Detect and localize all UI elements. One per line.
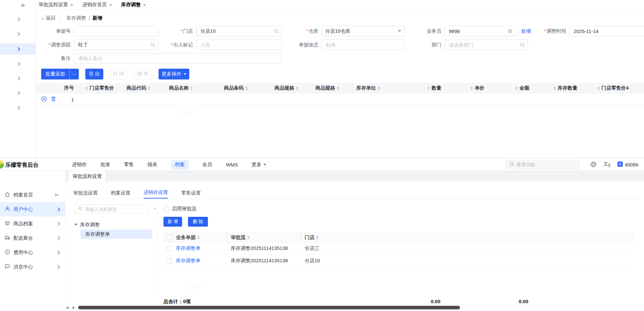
search-icon[interactable] bbox=[150, 43, 155, 47]
collapse-panel-icon[interactable]: « bbox=[154, 206, 156, 211]
sort-icon[interactable] bbox=[245, 86, 248, 90]
adjust-time-input[interactable] bbox=[569, 26, 644, 36]
nav-more[interactable]: 更多 bbox=[252, 162, 266, 168]
nav-group-toggle[interactable] bbox=[0, 28, 36, 40]
column-stock-qty[interactable]: 库存数量 bbox=[533, 83, 580, 93]
column-product-name[interactable]: 商品名称 bbox=[165, 83, 221, 93]
enable-approval-checkbox[interactable] bbox=[164, 206, 169, 212]
sort-icon[interactable] bbox=[190, 86, 193, 90]
column-retail-price-4[interactable]: 门店零售价4 bbox=[580, 83, 632, 93]
doc-link[interactable]: 库存调整单 bbox=[176, 245, 200, 251]
doc-link[interactable]: 库存调整单 bbox=[176, 258, 200, 264]
column-spec-2[interactable]: 商品规格 bbox=[312, 83, 353, 93]
nav-group-toggle[interactable] bbox=[0, 14, 36, 25]
column-product-code[interactable]: 商品代码 bbox=[123, 83, 165, 93]
nav-archives[interactable]: 档案 bbox=[171, 160, 189, 169]
sort-icon[interactable] bbox=[597, 86, 600, 90]
sort-icon[interactable] bbox=[515, 86, 518, 90]
scroll-left-icon[interactable] bbox=[66, 306, 68, 309]
nav-group-toggle[interactable] bbox=[0, 87, 36, 98]
column-spec-1[interactable]: 商品规格 bbox=[271, 83, 312, 93]
nav-wholesale[interactable]: 批发 bbox=[100, 162, 110, 168]
scroll-right-icon[interactable] bbox=[73, 306, 75, 309]
language-icon[interactable]: 文A bbox=[603, 161, 610, 167]
close-icon[interactable]: × bbox=[109, 2, 112, 7]
column-store[interactable]: 门店 bbox=[301, 233, 373, 242]
tree-expand-icon[interactable] bbox=[74, 224, 77, 226]
global-search[interactable] bbox=[506, 160, 580, 169]
column-unit-price[interactable]: 单价 bbox=[445, 83, 488, 93]
sort-icon[interactable] bbox=[378, 86, 380, 90]
sidebar-item-message-center[interactable]: 消息中心 bbox=[0, 260, 65, 274]
select-all-checkbox[interactable] bbox=[166, 235, 172, 240]
sort-icon[interactable] bbox=[427, 86, 430, 90]
horizontal-scrollbar[interactable] bbox=[78, 306, 460, 309]
sort-icon[interactable] bbox=[470, 86, 473, 90]
search-icon[interactable] bbox=[520, 43, 525, 47]
in-out-flag-input[interactable] bbox=[196, 40, 282, 50]
sort-icon[interactable] bbox=[296, 86, 298, 90]
batch-add-more-button[interactable]: ⋯ bbox=[70, 69, 79, 79]
sort-icon[interactable] bbox=[247, 235, 250, 239]
tree-node-stock-adjustment-doc[interactable]: 库存调整单 bbox=[80, 230, 152, 239]
flow-type-search-input[interactable] bbox=[85, 207, 142, 212]
subtab-inventory[interactable]: 进销存设置 bbox=[144, 187, 168, 199]
collapse-sidebar-icon[interactable] bbox=[21, 3, 26, 9]
column-amount[interactable]: 金额 bbox=[488, 83, 533, 93]
nav-group-toggle[interactable] bbox=[0, 58, 36, 69]
column-stock-unit[interactable]: 库存单位 bbox=[353, 83, 399, 93]
subtab-retail[interactable]: 零售设置 bbox=[181, 187, 201, 199]
store-input[interactable] bbox=[196, 26, 282, 36]
tab-approval-settings[interactable]: 审批流程设置 × bbox=[39, 2, 73, 8]
collapse-sidebar-icon[interactable] bbox=[55, 193, 59, 197]
close-icon[interactable]: × bbox=[70, 2, 73, 7]
nav-group-toggle[interactable] bbox=[0, 102, 36, 113]
back-link[interactable]: 返回 bbox=[46, 15, 56, 21]
account-badge[interactable]: 60099- bbox=[617, 161, 639, 168]
salesman-input[interactable] bbox=[445, 26, 516, 36]
close-icon[interactable]: × bbox=[143, 2, 146, 7]
sort-icon[interactable] bbox=[553, 86, 556, 90]
row-checkbox[interactable] bbox=[166, 246, 172, 251]
row-checkbox[interactable] bbox=[166, 258, 172, 264]
sidebar-item-expense-center[interactable]: ¥ 费用中心 bbox=[0, 245, 65, 260]
nav-wms[interactable]: WMS bbox=[226, 162, 238, 167]
nav-retail[interactable]: 零售 bbox=[124, 162, 134, 168]
add-button[interactable]: 新 增 bbox=[163, 217, 182, 227]
column-business-doc[interactable]: 业务单据 bbox=[176, 233, 227, 242]
department-input[interactable] bbox=[445, 40, 528, 50]
column-retail-price[interactable]: 门店零售价 bbox=[82, 83, 123, 93]
nav-members[interactable]: 会员 bbox=[202, 162, 212, 168]
export-button[interactable]: 导 出 bbox=[85, 69, 103, 79]
delete-button[interactable]: 删 除 bbox=[188, 217, 208, 227]
tab-stock-adjustment[interactable]: 库存调整 × bbox=[121, 2, 146, 8]
sort-icon[interactable] bbox=[337, 86, 339, 90]
subtab-approval-flow[interactable]: 审批流设置 bbox=[73, 187, 98, 199]
breadcrumb-parent[interactable]: 库存调整 bbox=[66, 15, 86, 21]
clear-icon[interactable] bbox=[508, 29, 513, 34]
sort-icon[interactable] bbox=[148, 86, 150, 90]
sidebar-item-user-center[interactable]: 用户中心 bbox=[0, 202, 65, 216]
sidebar-item-archive-home[interactable]: 档案首页 bbox=[0, 188, 65, 202]
tab-approval-flow-settings[interactable]: 审批流程设置 bbox=[69, 171, 106, 182]
column-barcode[interactable]: 商品条码 bbox=[221, 83, 271, 93]
adjust-reason-input[interactable] bbox=[74, 40, 158, 50]
column-qty[interactable]: 数量 bbox=[399, 83, 445, 93]
sidebar-item-product-archive[interactable]: 商品档案 bbox=[0, 216, 65, 231]
doc-no-input[interactable] bbox=[74, 26, 158, 36]
salesman-add-link[interactable]: 新增 bbox=[521, 28, 531, 34]
flow-type-search[interactable] bbox=[75, 205, 149, 214]
search-icon[interactable] bbox=[274, 29, 279, 34]
global-search-input[interactable] bbox=[517, 162, 572, 167]
batch-add-button[interactable]: 批量添加 bbox=[41, 69, 69, 79]
nav-inventory[interactable]: 进销存 bbox=[72, 162, 87, 168]
attachment-button[interactable]: 附 件 bbox=[134, 69, 152, 79]
sort-icon[interactable] bbox=[197, 235, 200, 239]
sort-icon[interactable] bbox=[316, 235, 319, 239]
more-actions-button[interactable]: 更多操作 bbox=[159, 69, 189, 79]
sidebar-item-delivery[interactable]: 配送聚合 bbox=[0, 231, 65, 245]
warehouse-select[interactable]: 分店10仓库 bbox=[322, 26, 405, 36]
tree-node-stock-adjustment[interactable]: 库存调整 bbox=[74, 220, 100, 229]
nav-group-toggle[interactable] bbox=[0, 73, 36, 84]
print-button[interactable]: 打 印 bbox=[110, 69, 127, 79]
